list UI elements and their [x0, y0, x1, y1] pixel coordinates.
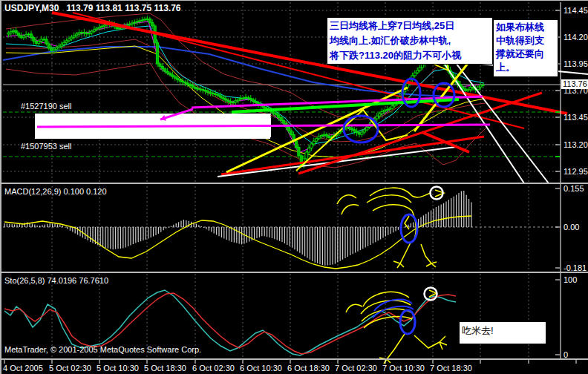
sto-indicator-header: Sto(26,5,8) 74.0196 76.7610 [4, 276, 108, 285]
candle-body [310, 144, 313, 148]
candle-body [247, 97, 249, 98]
candle-body [172, 75, 174, 76]
candle-body [313, 141, 315, 144]
candle-body [33, 38, 35, 42]
candle-body [38, 42, 40, 44]
macd-bird-stroke [337, 195, 356, 204]
candle-body [166, 71, 169, 73]
candle-body [212, 93, 214, 94]
time-axis-label: 6 Oct 02:30 [192, 364, 235, 373]
candle-body [128, 24, 131, 24]
candle-body [148, 19, 151, 23]
candle-body [103, 25, 105, 26]
candle-body [169, 73, 171, 75]
sto-bird-stroke [379, 358, 387, 359]
candle-body [280, 118, 282, 121]
candle-body [139, 21, 141, 22]
candle-body [134, 22, 136, 23]
candle-body [108, 23, 111, 24]
time-axis-label: 6 Oct 10:30 [240, 364, 282, 373]
candle-body [459, 85, 461, 87]
macd-scale-label: 0.155 [564, 184, 584, 193]
candle-body [282, 120, 284, 123]
candle-body [363, 130, 365, 132]
macd-bird-stroke [412, 211, 416, 241]
candle-body [411, 76, 414, 79]
candle-body [143, 19, 146, 20]
candle-body [98, 27, 100, 28]
candle-body [336, 134, 338, 135]
sto-bird-stroke [387, 334, 405, 359]
candle-body [186, 83, 189, 85]
candle-body [123, 26, 125, 27]
candle-body [348, 128, 350, 128]
candle-body [446, 66, 448, 70]
candle-body [206, 91, 209, 92]
candle-body [290, 131, 293, 134]
candle-body [416, 70, 419, 73]
time-axis-label: 6 Oct 18:30 [287, 364, 330, 373]
trend-line [232, 99, 459, 112]
candle-body [60, 45, 62, 46]
mt4-chart-window[interactable]: USDJPY,M30113.79 113.81 113.75 113.76 MA… [0, 0, 588, 374]
candle-body [267, 109, 270, 111]
sto-bird-stroke [363, 292, 409, 306]
candle-body [177, 78, 179, 79]
annotation-box-breakout[interactable]: 还可以这样画， 突破--回抽--继续上涨 [35, 114, 271, 137]
candle-body [307, 148, 310, 153]
candle-body [27, 34, 30, 35]
candle-body [379, 114, 381, 116]
candle-body [399, 96, 401, 99]
macd-bird-stroke [373, 205, 412, 211]
sto-bird-head-circle [425, 288, 437, 301]
annotation-box-ma-forecast[interactable]: 三日均线将上穿7日均线,25日 均线向上.如汇价破步林中轨, 将下跌?113.2… [327, 17, 493, 65]
candle-body [480, 85, 482, 87]
macd-bird-stroke [426, 263, 431, 266]
candle-body [209, 92, 212, 93]
candle-body [15, 30, 17, 33]
sto-bird-stroke [364, 317, 412, 328]
sto-bird-stroke [429, 290, 437, 297]
candle-body [474, 88, 477, 90]
price-scale-label: 114.45 [564, 6, 588, 15]
candle-body [121, 27, 123, 27]
candle-body [275, 114, 277, 115]
candle-body [10, 32, 12, 33]
trend-line [298, 93, 542, 174]
candle-body [449, 70, 451, 73]
candle-body [7, 33, 10, 34]
sto-bird-stroke [414, 335, 440, 348]
candle-body [356, 131, 358, 133]
candle-body [244, 97, 246, 98]
price-scale-label: 113.45 [564, 113, 588, 122]
sto-bird-stroke [361, 301, 411, 314]
trend-line [422, 132, 469, 152]
candle-body [361, 132, 363, 134]
candle-body [467, 90, 469, 91]
candle-body [131, 23, 133, 24]
candle-body [197, 88, 199, 89]
candle-body [156, 43, 158, 64]
sto-bird-body-ellipse [400, 310, 415, 334]
candle-body [118, 28, 120, 29]
candle-body [48, 44, 50, 48]
candle-body [383, 111, 385, 112]
candle-body [229, 102, 232, 103]
candle-body [328, 136, 330, 137]
candle-body [408, 79, 411, 83]
highlight-ellipse [344, 116, 378, 142]
candle-body [101, 26, 103, 27]
candle-body [181, 81, 183, 82]
time-axis-label: 7 Oct 18:30 [430, 364, 472, 373]
annotation-box-bollinger[interactable]: 如果布林线 中轨得到支 撑就还要向 上。 [493, 19, 558, 77]
trend-line [296, 110, 408, 171]
candle-body [224, 99, 226, 100]
candle-body [469, 87, 471, 89]
candle-body [17, 33, 19, 36]
candle-body [462, 87, 464, 89]
candle-body [368, 125, 370, 128]
candle-body [285, 123, 287, 127]
annotation-box-chicken[interactable]: 吃米去! [460, 322, 546, 344]
candle-body [111, 23, 113, 24]
candle-body [270, 111, 272, 112]
